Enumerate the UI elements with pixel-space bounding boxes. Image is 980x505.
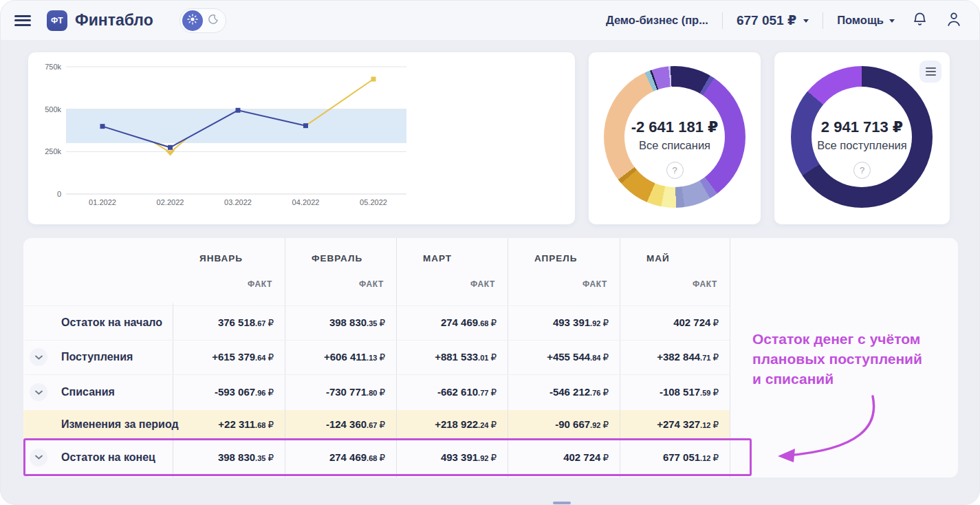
divider — [823, 12, 823, 29]
chevron-down-icon — [35, 390, 43, 395]
column-header-month: МАЙ — [646, 253, 670, 264]
column-header-fact: ФАКТ — [470, 279, 495, 289]
table-cell: 402 724₽ — [673, 316, 719, 329]
profile-button[interactable] — [945, 10, 963, 31]
row-label[interactable]: Изменения за период — [61, 418, 179, 431]
svg-text:0: 0 — [57, 190, 61, 198]
user-icon — [945, 10, 963, 31]
table-cell: 493 391.92₽ — [553, 316, 609, 329]
divider — [722, 12, 723, 29]
notifications-button[interactable] — [911, 10, 928, 30]
page-title: Финтабло — [75, 11, 153, 30]
annotation-line: плановых поступлений — [752, 349, 972, 369]
horizontal-scrollbar[interactable] — [553, 502, 571, 504]
balance-line-chart: 0250k500k750k01.202202.202203.202204.202… — [28, 52, 575, 224]
table-cell: +382 844.71₽ — [657, 351, 719, 363]
help-icon[interactable]: ? — [853, 162, 871, 179]
table-cell: +455 544.84₽ — [547, 351, 609, 363]
table-cell: 274 469.68₽ — [329, 451, 385, 464]
table-cell: 677 051.12₽ — [663, 451, 719, 464]
column-header-month: ФЕВРАЛЬ — [312, 253, 362, 264]
column-header-month: ЯНВАРЬ — [199, 253, 243, 264]
annotation-line: Остаток денег с учётом — [752, 329, 972, 349]
app-window: ФТ Финтабло Демо-бизнес (пр... 677 051 ₽ — [0, 0, 980, 505]
table-cell: +218 922.24₽ — [435, 418, 497, 431]
table-cell: 402 724₽ — [563, 451, 609, 464]
bell-icon — [911, 10, 928, 30]
table-cell: -546 212.76₽ — [549, 386, 609, 398]
theme-toggle[interactable] — [179, 8, 226, 33]
expenses-total: -2 641 181 ₽ — [589, 118, 761, 136]
column-header-fact: ФАКТ — [359, 279, 384, 289]
balance-line-chart-card: 0250k500k750k01.202202.202203.202204.202… — [28, 52, 575, 224]
hamburger-menu-icon[interactable] — [14, 15, 31, 26]
table-cell: +22 311.68₽ — [218, 418, 274, 431]
income-label: Все поступления — [774, 139, 950, 152]
annotation-arrow — [757, 385, 888, 466]
expenses-donut-card: -2 641 181 ₽ Все списания ? — [589, 52, 761, 224]
svg-text:01.2022: 01.2022 — [89, 198, 116, 206]
svg-text:250k: 250k — [45, 147, 61, 155]
moon-icon — [208, 14, 219, 28]
table-cell: 493 391.92₽ — [441, 451, 497, 464]
annotation-note: Остаток денег с учётом плановых поступле… — [752, 329, 972, 389]
total-balance-dropdown[interactable]: 677 051 ₽ — [737, 12, 809, 28]
svg-text:750k: 750k — [45, 63, 61, 71]
table-cell: +606 411.13₽ — [324, 351, 385, 363]
light-theme-button[interactable] — [182, 10, 203, 31]
help-icon[interactable]: ? — [666, 162, 684, 179]
chevron-down-icon — [803, 19, 809, 23]
total-balance-value: 677 051 ₽ — [737, 12, 796, 28]
expand-row-button[interactable] — [30, 383, 47, 401]
table-cell: 398 830.35₽ — [218, 451, 274, 464]
table-cell: -108 517.59₽ — [660, 386, 719, 398]
row-label[interactable]: Поступления — [61, 351, 133, 363]
chevron-down-icon — [35, 355, 43, 360]
expand-row-button[interactable] — [30, 449, 47, 466]
expenses-label: Все списания — [589, 139, 761, 152]
svg-text:03.2022: 03.2022 — [224, 198, 252, 206]
expand-row-button[interactable] — [30, 348, 47, 366]
table-cell: -124 360.67₽ — [326, 418, 385, 431]
table-cell: -662 610.77₽ — [437, 386, 497, 398]
card-menu-icon[interactable] — [919, 61, 941, 83]
column-header-fact: ФАКТ — [248, 279, 272, 289]
table-cell: 274 469.68₽ — [441, 316, 497, 329]
income-total: 2 941 713 ₽ — [774, 118, 950, 136]
sun-icon — [187, 14, 198, 28]
column-header-fact: ФАКТ — [582, 279, 607, 289]
help-label: Помощь — [837, 14, 884, 27]
app-logo: ФТ — [47, 10, 67, 31]
chevron-down-icon — [35, 455, 43, 460]
row-label[interactable]: Остаток на конец — [61, 451, 155, 464]
column-header-fact: ФАКТ — [693, 279, 717, 289]
table-cell: 376 518.67₽ — [218, 316, 274, 329]
column-header-month: МАРТ — [423, 253, 452, 264]
table-cell: +274 327.12₽ — [657, 418, 719, 431]
topbar: ФТ Финтабло Демо-бизнес (пр... 677 051 ₽ — [1, 1, 979, 41]
column-header-month: АПРЕЛЬ — [534, 253, 577, 264]
row-label[interactable]: Списания — [61, 386, 115, 398]
dark-theme-button[interactable] — [203, 10, 224, 31]
svg-text:02.2022: 02.2022 — [157, 198, 184, 206]
chevron-down-icon — [889, 19, 895, 23]
table-cell: +615 379.64₽ — [212, 351, 274, 363]
row-label[interactable]: Остаток на начало — [61, 316, 162, 329]
svg-text:05.2022: 05.2022 — [360, 198, 387, 206]
table-cell: -730 771.80₽ — [326, 386, 385, 398]
table-cell: 398 830.35₽ — [329, 316, 385, 329]
svg-text:500k: 500k — [45, 105, 61, 114]
help-dropdown[interactable]: Помощь — [837, 14, 895, 27]
table-cell: +881 533.01₽ — [435, 351, 497, 363]
table-cell: -593 067.96₽ — [215, 386, 274, 398]
table-cell: -90 667.92₽ — [555, 418, 609, 431]
company-selector[interactable]: Демо-бизнес (пр... — [606, 14, 708, 27]
income-donut-card: 2 941 713 ₽ Все поступления ? — [774, 52, 950, 224]
svg-text:04.2022: 04.2022 — [292, 198, 320, 206]
